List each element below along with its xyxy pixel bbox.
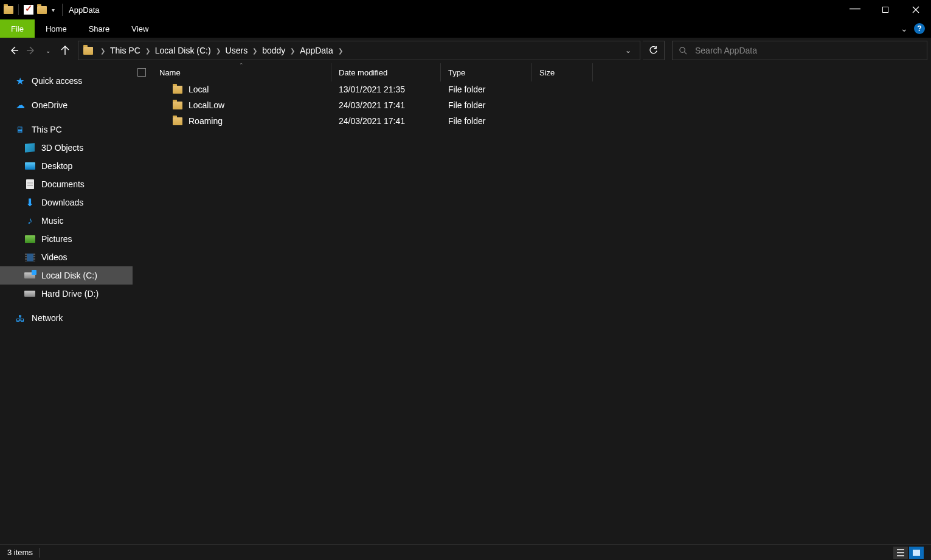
folder-icon — [173, 117, 182, 125]
tree-hard-drive-d[interactable]: Hard Drive (D:) — [0, 285, 133, 303]
tree-pictures[interactable]: Pictures — [0, 230, 133, 248]
3d-icon — [24, 142, 35, 153]
tab-file[interactable]: File — [0, 19, 35, 38]
navigation-bar: ⌄ ❯ This PC ❯ Local Disk (C:) ❯ Users ❯ … — [0, 38, 931, 63]
file-list: Local 13/01/2021 21:35 File folder Local… — [133, 81, 931, 544]
tab-home[interactable]: Home — [35, 19, 78, 38]
search-icon — [679, 46, 688, 55]
search-box[interactable] — [672, 41, 927, 60]
file-row[interactable]: Roaming 24/03/2021 17:41 File folder — [133, 113, 931, 129]
address-dropdown-icon[interactable]: ⌄ — [619, 46, 637, 55]
file-date: 13/01/2021 21:35 — [331, 85, 441, 94]
back-button[interactable] — [7, 44, 21, 57]
column-label: Date modified — [339, 68, 387, 77]
tree-label: OneDrive — [32, 100, 67, 110]
recent-locations-dropdown[interactable]: ⌄ — [41, 44, 55, 57]
file-type: File folder — [441, 100, 532, 110]
tab-share[interactable]: Share — [78, 19, 121, 38]
tree-desktop[interactable]: Desktop — [0, 157, 133, 175]
separator — [62, 4, 63, 16]
column-headers: ⌃ Name Date modified Type Size — [133, 63, 931, 81]
tree-label: Network — [32, 313, 63, 323]
drive-icon — [24, 288, 35, 299]
details-view-button[interactable] — [893, 547, 908, 559]
breadcrumb-item[interactable]: AppData — [299, 46, 334, 55]
tree-quick-access[interactable]: ★ Quick access — [0, 72, 133, 90]
download-icon: ⬇ — [24, 197, 35, 208]
titlebar: ▾ AppData — — [0, 0, 931, 19]
large-icons-view-button[interactable] — [909, 547, 924, 559]
folder-icon — [173, 102, 182, 109]
tree-local-disk-c[interactable]: Local Disk (C:) — [0, 266, 133, 285]
tree-documents[interactable]: Documents — [0, 175, 133, 193]
breadcrumb-item[interactable]: Local Disk (C:) — [154, 46, 212, 55]
forward-button[interactable] — [24, 44, 38, 57]
breadcrumb-item[interactable]: boddy — [261, 46, 286, 55]
new-folder-icon[interactable] — [37, 6, 47, 14]
separator — [39, 548, 40, 558]
chevron-right-icon[interactable]: ❯ — [338, 47, 343, 54]
column-checkbox[interactable] — [133, 63, 152, 81]
file-row[interactable]: LocalLow 24/03/2021 17:41 File folder — [133, 97, 931, 113]
network-icon: 🖧 — [15, 313, 26, 323]
tree-label: Music — [41, 216, 64, 226]
quick-access-toolbar: ▾ — [4, 4, 56, 15]
chevron-right-icon[interactable]: ❯ — [100, 47, 105, 54]
tree-label: Videos — [41, 252, 67, 262]
music-icon: ♪ — [24, 215, 35, 226]
file-name: Roaming — [189, 116, 223, 126]
maximize-button[interactable] — [870, 0, 901, 19]
chevron-right-icon[interactable]: ❯ — [145, 47, 150, 54]
column-label: Name — [159, 68, 181, 77]
help-icon[interactable]: ? — [914, 23, 925, 34]
tree-network[interactable]: 🖧 Network — [0, 309, 133, 327]
minimize-ribbon-icon[interactable]: ⌄ — [901, 24, 908, 33]
close-button[interactable] — [901, 0, 931, 19]
tree-music[interactable]: ♪ Music — [0, 212, 133, 230]
tree-label: Pictures — [41, 234, 72, 244]
tree-downloads[interactable]: ⬇ Downloads — [0, 193, 133, 212]
chevron-right-icon[interactable]: ❯ — [216, 47, 221, 54]
chevron-right-icon[interactable]: ❯ — [252, 47, 257, 54]
address-bar[interactable]: ❯ This PC ❯ Local Disk (C:) ❯ Users ❯ bo… — [78, 41, 640, 60]
ribbon-tabs: File Home Share View ⌄ ? — [0, 19, 931, 38]
column-date[interactable]: Date modified — [331, 63, 441, 81]
tree-onedrive[interactable]: ☁ OneDrive — [0, 96, 133, 114]
tree-3d-objects[interactable]: 3D Objects — [0, 139, 133, 157]
navigation-pane: ★ Quick access ☁ OneDrive 🖥 This PC 3D O… — [0, 63, 133, 544]
column-name[interactable]: ⌃ Name — [152, 63, 331, 81]
file-type: File folder — [441, 85, 532, 94]
minimize-button[interactable]: — — [840, 0, 870, 19]
folder-icon[interactable] — [4, 6, 13, 14]
tree-this-pc[interactable]: 🖥 This PC — [0, 120, 133, 139]
tab-view[interactable]: View — [120, 19, 159, 38]
file-name: Local — [189, 85, 209, 94]
tree-videos[interactable]: Videos — [0, 248, 133, 266]
chevron-right-icon[interactable]: ❯ — [290, 47, 295, 54]
window-controls: — — [840, 0, 931, 19]
tree-label: This PC — [32, 125, 62, 134]
document-icon — [24, 179, 35, 190]
svg-point-0 — [680, 47, 685, 52]
column-type[interactable]: Type — [441, 63, 532, 81]
column-size[interactable]: Size — [532, 63, 593, 81]
breadcrumb-item[interactable]: This PC — [109, 46, 142, 55]
properties-icon[interactable] — [24, 5, 33, 15]
tree-label: Local Disk (C:) — [41, 271, 97, 280]
file-name: LocalLow — [189, 100, 224, 110]
pictures-icon — [24, 233, 35, 244]
tree-label: Quick access — [32, 76, 82, 86]
folder-icon — [83, 47, 93, 55]
breadcrumb-item[interactable]: Users — [224, 46, 249, 55]
file-date: 24/03/2021 17:41 — [331, 100, 441, 110]
file-row[interactable]: Local 13/01/2021 21:35 File folder — [133, 81, 931, 97]
cloud-icon: ☁ — [15, 100, 26, 111]
qat-dropdown-icon[interactable]: ▾ — [50, 7, 56, 13]
tree-label: Documents — [41, 179, 85, 189]
up-button[interactable] — [58, 44, 72, 57]
search-input[interactable] — [695, 46, 921, 55]
refresh-button[interactable] — [643, 41, 665, 60]
tree-label: 3D Objects — [41, 143, 83, 153]
file-type: File folder — [441, 116, 532, 126]
column-label: Type — [448, 68, 465, 77]
